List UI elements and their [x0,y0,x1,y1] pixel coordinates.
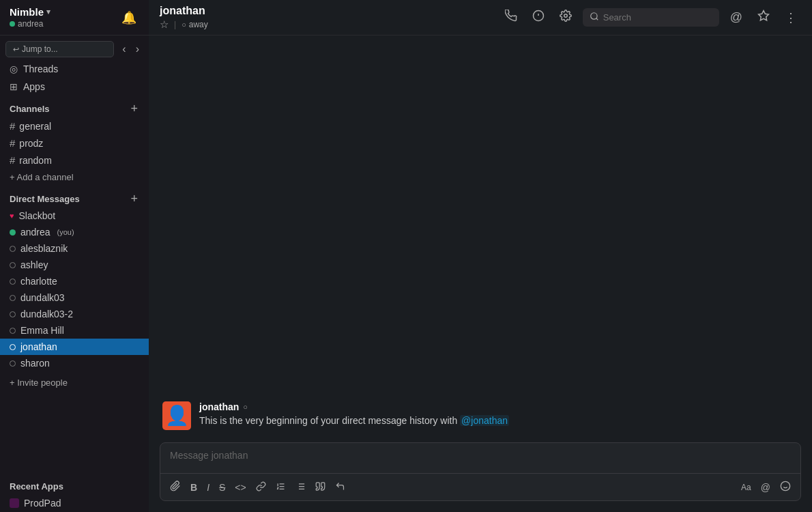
dm-name-sharon: sharon [20,358,50,369]
composer-at-button[interactable]: @ [757,479,774,496]
undo-button[interactable] [331,479,349,496]
dm-item-slackbot[interactable]: ♥ Slackbot [0,208,149,224]
dm-item-ashley[interactable]: ashley [0,257,149,273]
chevron-down-icon: ▾ [46,8,50,16]
message-input-box: Message jonathan B I S <> [160,442,801,501]
dm-name-jonathan: jonathan [20,341,57,352]
search-icon [590,12,599,23]
message-toolbar: B I S <> [160,473,800,500]
avatar: 👤 [162,401,191,430]
bell-button[interactable]: 🔔 [119,8,139,28]
sidebar-header: Nimble ▾ andrea 🔔 [0,0,149,35]
channel-name-random: random [19,155,51,166]
channel-item-general[interactable]: # general [0,117,149,134]
recent-app-prodpad[interactable]: ProdPad [0,494,149,512]
bookmark-button[interactable] [753,6,774,29]
svg-point-4 [590,13,596,19]
code-button[interactable]: <> [231,479,250,496]
text-format-button[interactable]: Aa [737,480,755,495]
channel-item-random[interactable]: # random [0,152,149,169]
invite-people-label: + Invite people [10,378,68,388]
blockquote-button[interactable] [311,479,330,496]
sidebar-item-threads[interactable]: ◎ Threads [0,60,149,78]
dm-name-andrea: andrea [20,227,50,238]
dm-status-dot-hollow [10,311,16,317]
invite-people-button[interactable]: + Invite people [0,374,149,391]
more-button[interactable]: ⋮ [781,7,801,29]
add-dm-button[interactable]: + [129,193,139,205]
svg-point-15 [781,481,789,490]
dm-name-ashley: ashley [20,259,48,270]
workspace-name[interactable]: Nimble ▾ [10,6,50,18]
settings-button[interactable] [555,6,576,29]
status-circle-icon: ○ [182,20,186,29]
chat-area: 👤 jonathan ○ This is the very beginning … [149,35,812,442]
recent-apps-title: Recent Apps [10,481,63,492]
search-input[interactable] [603,12,699,23]
mention-tag[interactable]: @jonathan [460,415,509,426]
dm-item-andrea[interactable]: andrea (you) [0,224,149,240]
dm-name-dundalk03-2: dundalk03-2 [20,309,73,319]
prodpad-icon [10,498,19,508]
sidebar: Nimble ▾ andrea 🔔 ↩ Jump to... ‹ › ◎ Thr… [0,0,149,512]
message-sender-name: jonathan [199,401,239,412]
channel-name-prodz: prodz [19,138,43,149]
dm-name-charlotte: charlotte [20,276,57,287]
back-button[interactable]: ‹ [118,41,130,57]
slackbot-heart-icon: ♥ [10,212,14,220]
add-channel-label: + Add a channel [10,172,74,182]
emoji-button[interactable] [776,478,795,496]
dm-item-dundalk03[interactable]: dundalk03 [0,289,149,306]
link-button[interactable] [252,479,270,496]
jump-to-label: Jump to... [22,44,58,54]
workspace-name-text: Nimble [10,6,44,18]
italic-button[interactable]: I [203,479,214,496]
message-content: jonathan ○ This is the very beginning of… [199,401,509,430]
star-icon[interactable]: ☆ [160,18,169,31]
header-user-info: jonathan ☆ | ○ away [160,5,494,31]
dm-name-dundalk03: dundalk03 [20,292,65,303]
recent-app-name: ProdPad [24,498,61,509]
jump-to-button[interactable]: ↩ Jump to... [5,41,114,57]
strikethrough-button[interactable]: S [215,479,229,496]
svg-point-3 [564,14,567,18]
jump-icon: ↩ [13,45,19,54]
dm-status-dot-hollow [10,262,16,268]
dm-item-sharon[interactable]: sharon [0,355,149,371]
message-input-field[interactable]: Message jonathan [160,443,800,473]
dm-status-dot-hollow [10,279,16,285]
search-box[interactable] [583,8,719,27]
dm-status-dot-hollow [10,344,16,350]
header-status-label: away [189,20,208,29]
info-button[interactable] [528,6,549,29]
message-placeholder: Message jonathan [170,450,248,461]
channel-item-prodz[interactable]: # prodz [0,134,149,152]
current-user-label: andrea [18,19,43,29]
channels-section-header: Channels + [0,96,149,117]
dm-item-emma-hill[interactable]: Emma Hill [0,322,149,339]
sender-status-icon: ○ [243,403,248,411]
channel-hash-icon: # [10,137,15,149]
at-button[interactable]: @ [726,7,746,28]
unordered-list-button[interactable] [291,479,310,496]
attach-button[interactable] [166,478,185,496]
sidebar-item-apps[interactable]: ⊞ Apps [0,78,149,96]
message-input-area: Message jonathan B I S <> [149,442,812,512]
message-meta: jonathan ○ [199,401,509,412]
dm-item-alesblaznik[interactable]: alesblaznik [0,240,149,257]
phone-button[interactable] [501,6,521,29]
dm-section-title[interactable]: Direct Messages [10,194,80,204]
apps-label: Apps [23,81,45,92]
bold-button[interactable]: B [186,479,201,496]
add-channel-button[interactable]: + [129,102,139,115]
dm-status-dot-hollow [10,360,16,367]
svg-line-5 [596,18,598,20]
header-username: jonathan [160,5,494,17]
dm-item-dundalk03-2[interactable]: dundalk03-2 [0,306,149,322]
dm-item-charlotte[interactable]: charlotte [0,273,149,289]
forward-button[interactable]: › [132,41,143,57]
dm-item-jonathan[interactable]: jonathan [0,339,149,355]
channels-section-title[interactable]: Channels [10,104,50,114]
add-channel-link[interactable]: + Add a channel [0,169,149,186]
ordered-list-button[interactable] [272,479,290,496]
